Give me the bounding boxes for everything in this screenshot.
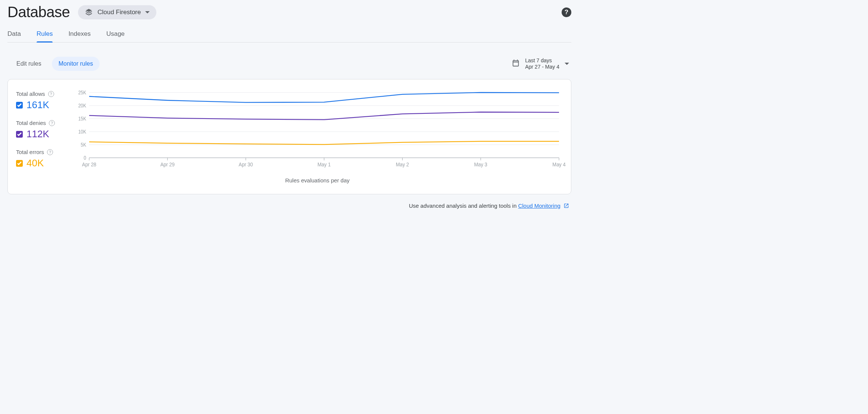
- svg-text:May 3: May 3: [474, 161, 487, 167]
- external-link-icon: [563, 203, 569, 210]
- legend-denies-label: Total denies: [16, 120, 46, 126]
- help-icon[interactable]: ?: [49, 120, 55, 126]
- svg-text:5K: 5K: [81, 142, 86, 148]
- date-range-label: Last 7 days: [525, 57, 559, 64]
- database-selector[interactable]: Cloud Firestore: [78, 5, 156, 19]
- footer-prefix: Use advanced analysis and alerting tools…: [409, 203, 518, 209]
- legend-errors-value: 40K: [26, 157, 44, 169]
- svg-text:May 2: May 2: [396, 161, 409, 167]
- subtab-monitor-rules[interactable]: Monitor rules: [52, 57, 100, 71]
- svg-text:10K: 10K: [78, 129, 87, 135]
- legend-errors-label: Total errors: [16, 149, 44, 155]
- svg-text:Apr 30: Apr 30: [239, 161, 253, 167]
- date-range-selector[interactable]: Last 7 days Apr 27 - May 4: [512, 57, 569, 70]
- svg-text:25K: 25K: [78, 90, 87, 95]
- svg-text:15K: 15K: [78, 116, 87, 122]
- chevron-down-icon: [565, 63, 569, 65]
- tab-usage[interactable]: Usage: [106, 26, 125, 42]
- cloud-monitoring-link[interactable]: Cloud Monitoring: [518, 203, 560, 209]
- firestore-icon: [85, 8, 93, 16]
- legend-denies-value: 112K: [26, 128, 49, 140]
- subtab-edit-rules[interactable]: Edit rules: [10, 57, 48, 71]
- help-icon[interactable]: ?: [47, 149, 53, 155]
- subtabs: Edit rules Monitor rules: [10, 57, 100, 71]
- legend-errors-checkbox[interactable]: [16, 160, 23, 167]
- help-icon[interactable]: ?: [562, 7, 571, 17]
- database-selector-label: Cloud Firestore: [97, 9, 141, 16]
- calendar-icon: [512, 59, 520, 69]
- svg-text:0: 0: [84, 155, 86, 161]
- legend-allows-label: Total allows: [16, 91, 45, 97]
- footer-note: Use advanced analysis and alerting tools…: [7, 203, 571, 210]
- svg-text:Apr 29: Apr 29: [160, 161, 175, 167]
- chart-card: Total allows ? 161K Total denies ? 112K …: [7, 79, 571, 194]
- svg-text:May 4: May 4: [552, 161, 565, 167]
- svg-text:May 1: May 1: [318, 161, 331, 167]
- svg-text:20K: 20K: [78, 103, 87, 109]
- main-tabs: Data Rules Indexes Usage: [7, 26, 571, 43]
- tab-indexes[interactable]: Indexes: [68, 26, 91, 42]
- date-range-value: Apr 27 - May 4: [525, 64, 559, 70]
- legend-item-errors: Total errors ? 40K: [16, 149, 75, 169]
- chevron-down-icon: [145, 11, 150, 13]
- svg-text:Apr 28: Apr 28: [82, 161, 96, 167]
- legend-item-allows: Total allows ? 161K: [16, 91, 75, 111]
- legend-denies-checkbox[interactable]: [16, 131, 23, 138]
- chart-x-label: Rules evaluations per day: [75, 177, 560, 184]
- tab-data[interactable]: Data: [7, 26, 21, 42]
- legend-allows-checkbox[interactable]: [16, 102, 23, 109]
- rules-evaluations-chart: 05K10K15K20K25KApr 28Apr 29Apr 30May 1Ma…: [75, 90, 560, 168]
- legend-allows-value: 161K: [26, 99, 49, 111]
- tab-rules[interactable]: Rules: [37, 26, 53, 42]
- page-title: Database: [7, 4, 70, 21]
- help-icon[interactable]: ?: [48, 91, 54, 97]
- legend-item-denies: Total denies ? 112K: [16, 120, 75, 140]
